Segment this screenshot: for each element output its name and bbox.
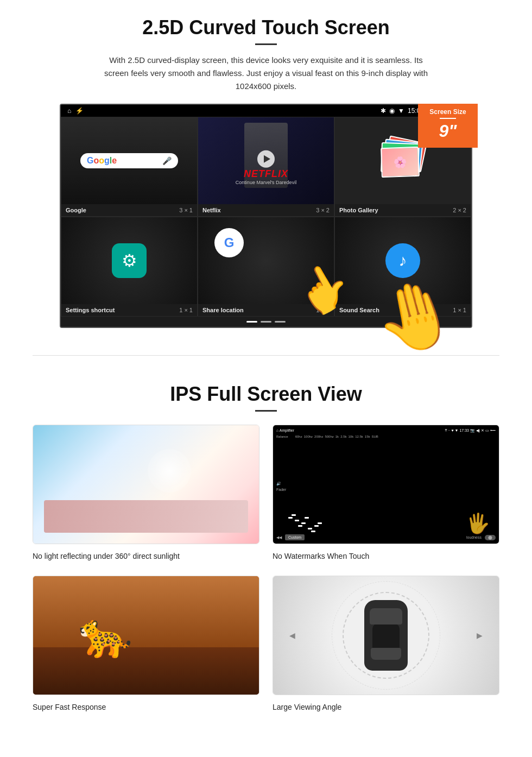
maps-icon: G — [214, 228, 244, 257]
settings-icon-bg: ⚙ — [112, 243, 147, 278]
mic-icon[interactable]: 🎤 — [162, 156, 172, 165]
sound-icon-bg: ♪ — [385, 243, 420, 278]
app-cell-google[interactable]: Google 🎤 Google 3 × 1 — [61, 117, 198, 217]
car-windshield — [370, 608, 402, 624]
section-ips: IPS Full Screen View No light reflecting… — [0, 377, 532, 730]
amp-side-labels: 🔊 Fader — [276, 482, 286, 491]
section-curved-touch: 2.5D Curved Touch Screen With 2.5D curve… — [0, 0, 532, 333]
settings-label-size: 1 × 1 — [179, 307, 193, 313]
cheetah-sky — [33, 576, 259, 647]
feature-grid: No light reflecting under 360° direct su… — [33, 425, 499, 714]
section-divider — [33, 355, 499, 356]
amp-header: ⌂ Amplifier ⠿ ·· ♥ ▼ 17:33 📷 ◀) ✕ ▭ ⟵ — [276, 428, 496, 433]
section1-title: 2.5D Curved Touch Screen — [33, 16, 499, 39]
amp-controls: 🔊 Fader — [276, 440, 496, 532]
sunlight-bg — [33, 425, 259, 544]
feature-image-angle: ◀ ▶ — [273, 576, 499, 695]
feature-caption-angle: Large Viewing Angle — [273, 701, 499, 714]
share-cell-inner: G 👆 — [198, 217, 334, 304]
feature-sunlight: No light reflecting under 360° direct su… — [33, 425, 259, 563]
car-rear-window — [371, 648, 401, 660]
flower-icon: 🌸 — [393, 155, 407, 169]
feature-image-sunlight — [33, 425, 259, 544]
home-icon[interactable]: ⌂ — [67, 107, 71, 115]
netflix-logo: NETFLIX Continue Marvel's Daredevil — [236, 168, 296, 185]
app-cell-netflix[interactable]: NETFLIX Continue Marvel's Daredevil Netf… — [198, 117, 334, 217]
section2-title: IPS Full Screen View — [33, 383, 499, 406]
dot-2[interactable] — [261, 321, 271, 323]
badge-label: Screen Size — [423, 108, 472, 116]
google-logo: Google — [87, 156, 117, 166]
app-cell-settings[interactable]: ⚙ Settings shortcut 1 × 1 — [61, 217, 198, 317]
hand-on-screen-icon: 🖐 — [466, 512, 490, 535]
amp-bars — [289, 465, 496, 508]
cheetah-emoji: 🐆 — [78, 610, 132, 661]
netflix-label-name: Netflix — [202, 207, 221, 213]
dot-3[interactable] — [275, 321, 286, 323]
google-label-row: Google 3 × 1 — [61, 204, 197, 216]
photo-label-row: Photo Gallery 2 × 2 — [335, 204, 471, 216]
app-cell-share[interactable]: G 👆 Share location 1 × 1 — [198, 217, 334, 317]
right-arrow: ▶ — [477, 631, 483, 640]
amplifier-screen: ⌂ Amplifier ⠿ ·· ♥ ▼ 17:33 📷 ◀) ✕ ▭ ⟵ Ba… — [273, 425, 499, 544]
settings-label-name: Settings shortcut — [66, 307, 115, 313]
netflix-subtitle: Continue Marvel's Daredevil — [236, 180, 296, 185]
screen-size-badge: Screen Size 9" — [418, 104, 478, 148]
maps-letter-g: G — [224, 235, 235, 250]
amp-footer: ◀◀ Custom loudness ⬤ — [276, 534, 496, 540]
cheetah-ground — [33, 647, 259, 695]
bluetooth-icon: ✱ — [381, 107, 386, 115]
netflix-label-row: Netflix 3 × 2 — [198, 204, 334, 216]
cheetah-bg: 🐆 — [33, 576, 259, 695]
usb-icon: ⚡ — [75, 107, 84, 115]
location-icon: ◉ — [389, 107, 395, 115]
ground-element — [44, 500, 248, 533]
settings-label-row: Settings shortcut 1 × 1 — [61, 304, 197, 316]
status-left: ⌂ ⚡ — [67, 107, 84, 115]
badge-divider — [440, 118, 456, 119]
google-label-size: 3 × 1 — [179, 207, 193, 213]
google-label-name: Google — [66, 207, 86, 213]
dot-1[interactable] — [246, 321, 257, 323]
sun-glare — [148, 449, 191, 493]
play-button[interactable] — [257, 150, 275, 168]
photo-card-4: 🌸 — [381, 147, 420, 178]
share-label-name: Share location — [202, 307, 244, 313]
netflix-text: NETFLIX — [236, 168, 296, 180]
amp-freq-labels: Balance 60hz 100hz 200hz 500hz 1k 2.5k 1… — [276, 435, 496, 438]
car-top-view — [364, 600, 408, 671]
feature-caption-watermarks: No Watermarks When Touch — [273, 550, 499, 563]
feature-caption-sunlight: No light reflecting under 360° direct su… — [33, 550, 259, 563]
photo-label-name: Photo Gallery — [339, 207, 378, 213]
google-search-bar[interactable]: Google 🎤 — [80, 153, 178, 168]
netflix-label-size: 3 × 2 — [316, 207, 330, 213]
feature-caption-fast: Super Fast Response — [33, 701, 259, 714]
feature-image-fast: 🐆 — [33, 576, 259, 695]
status-bar: ⌂ ⚡ ✱ ◉ ▼ 15:06 📷 🔊 ✕ ▭ — [61, 105, 471, 117]
feature-angle: ◀ ▶ Large Viewing Angle — [273, 576, 499, 714]
section1-divider — [255, 43, 277, 45]
gear-icon: ⚙ — [122, 250, 137, 271]
photo-label-size: 2 × 2 — [453, 207, 466, 213]
settings-cell-inner: ⚙ — [61, 217, 197, 304]
badge-size: 9" — [423, 121, 472, 141]
feature-image-watermarks: ⌂ Amplifier ⠿ ·· ♥ ▼ 17:33 📷 ◀) ✕ ▭ ⟵ Ba… — [273, 425, 499, 544]
netflix-cell-inner: NETFLIX Continue Marvel's Daredevil — [198, 117, 334, 204]
music-note-icon: ♪ — [399, 251, 407, 270]
google-cell-inner: Google 🎤 — [61, 117, 197, 204]
left-arrow: ◀ — [289, 631, 295, 640]
section1-description: With 2.5D curved-display screen, this de… — [98, 54, 434, 93]
wifi-icon: ▼ — [398, 107, 404, 115]
feature-fast: 🐆 Super Fast Response — [33, 576, 259, 714]
car-bg: ◀ ▶ — [273, 576, 499, 695]
feature-watermarks: ⌂ Amplifier ⠿ ·· ♥ ▼ 17:33 📷 ◀) ✕ ▭ ⟵ Ba… — [273, 425, 499, 563]
section2-divider — [255, 410, 277, 412]
